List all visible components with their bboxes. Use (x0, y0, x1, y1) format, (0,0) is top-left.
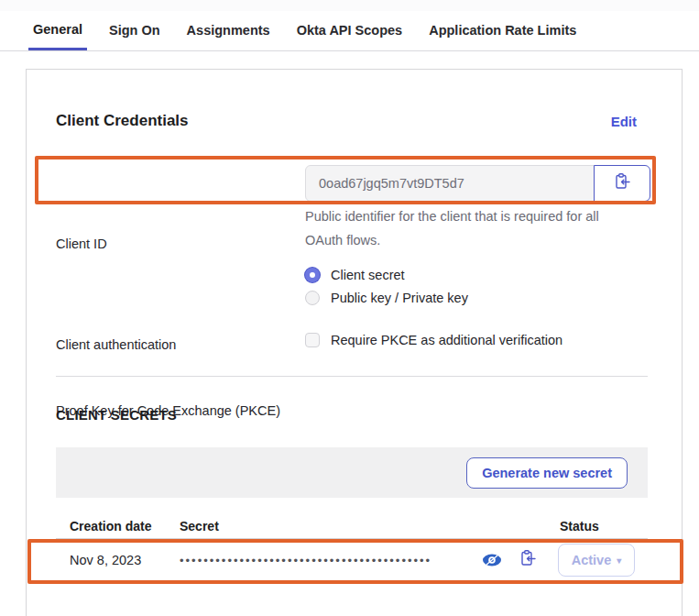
secret-creation-date: Nov 8, 2023 (70, 553, 141, 567)
status-label: Active (572, 553, 612, 567)
client-id-label: Client ID (56, 236, 107, 251)
radio-row-public-private-key: Public key / Private key (305, 291, 468, 305)
tab-bar: General Sign On Assignments Okta API Sco… (0, 11, 699, 51)
client-authentication-label: Client authentication (56, 337, 176, 352)
top-strip (0, 0, 699, 11)
tab-assignments[interactable]: Assignments (187, 23, 270, 50)
client-id-field-group: 0oad67jgq5m7vt9DT5d7 (305, 165, 650, 202)
pkce-checkbox-label: Require PKCE as additional verification (331, 333, 562, 347)
radio-row-client-secret: Client secret (305, 268, 468, 282)
card-header: Client Credentials Edit (56, 112, 648, 130)
column-header-secret: Secret (180, 519, 219, 534)
secret-status-dropdown[interactable]: Active ▾ (558, 544, 635, 577)
section-title: Client Credentials (56, 112, 189, 130)
tab-application-rate-limits[interactable]: Application Rate Limits (429, 23, 576, 50)
column-header-creation-date: Creation date (70, 519, 151, 534)
client-authentication-options: Client secret Public key / Private key (305, 268, 468, 314)
radio-label-public-private-key: Public key / Private key (331, 291, 468, 305)
pkce-checkbox-row: Require PKCE as additional verification (305, 333, 562, 347)
chevron-down-icon: ▾ (617, 556, 621, 566)
radio-label-client-secret: Client secret (331, 268, 405, 282)
tab-general[interactable]: General (28, 22, 87, 50)
radio-public-private-key[interactable] (305, 291, 320, 305)
clipboard-copy-icon (613, 172, 631, 194)
tab-sign-on[interactable]: Sign On (109, 23, 160, 50)
tab-okta-api-scopes[interactable]: Okta API Scopes (297, 23, 403, 50)
secret-masked-value: ••••••••••••••••••••••••••••••••••••••••… (180, 554, 431, 567)
generate-new-secret-button[interactable]: Generate new secret (466, 457, 628, 489)
copy-client-id-button[interactable] (594, 165, 650, 202)
column-header-status: Status (560, 519, 599, 534)
client-credentials-card: Client Credentials Edit Client ID 0oad67… (26, 69, 683, 616)
radio-client-secret[interactable] (305, 268, 320, 282)
client-id-input[interactable]: 0oad67jgq5m7vt9DT5d7 (305, 165, 595, 202)
client-id-help-text: Public identifier for the client that is… (305, 204, 628, 252)
pkce-checkbox[interactable] (305, 333, 320, 347)
client-secrets-heading: CLIENT SECRETS (56, 407, 177, 423)
table-header-divider (56, 538, 648, 539)
reveal-secret-button[interactable] (482, 552, 502, 570)
copy-secret-button[interactable] (518, 550, 538, 568)
client-secrets-toolbar: Generate new secret (56, 447, 648, 498)
clipboard-copy-icon (519, 549, 537, 570)
okta-app-settings-screen: General Sign On Assignments Okta API Sco… (0, 0, 699, 616)
eye-icon (482, 553, 502, 570)
edit-button[interactable]: Edit (611, 114, 648, 129)
section-divider (56, 376, 648, 377)
